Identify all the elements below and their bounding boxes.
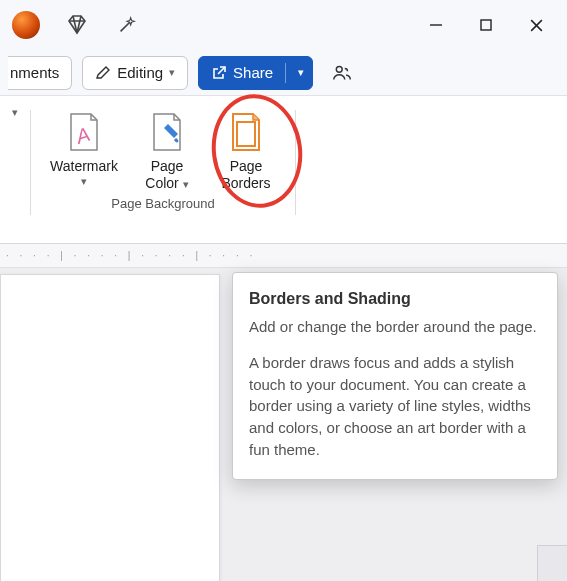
share-label: Share — [233, 64, 273, 81]
magic-wand-icon[interactable] — [104, 2, 150, 48]
editing-label: Editing — [117, 64, 163, 81]
tooltip-title: Borders and Shading — [249, 287, 541, 310]
page-borders-icon — [226, 110, 266, 154]
page-borders-button[interactable]: Page Borders — [207, 104, 285, 194]
chevron-down-icon: ▾ — [183, 178, 189, 190]
document-page[interactable] — [0, 274, 220, 581]
group-label: Page Background — [111, 196, 214, 211]
ribbon: ▾ A Watermark ▾ — [0, 96, 567, 244]
watermark-label: Watermark — [50, 158, 118, 175]
svg-rect-1 — [481, 20, 491, 30]
premium-diamond-icon[interactable] — [54, 2, 100, 48]
top-toolbar: nments Editing ▾ Share ▾ — [0, 50, 567, 96]
window-close-button[interactable] — [513, 2, 559, 48]
window-maximize-button[interactable] — [463, 2, 509, 48]
chevron-down-icon: ▾ — [81, 175, 87, 188]
autosave-orb-icon[interactable] — [12, 11, 40, 39]
page-color-label-1: Page — [151, 158, 184, 175]
page-color-button[interactable]: Page Color ▾ — [131, 104, 203, 194]
page-color-icon — [147, 110, 187, 154]
horizontal-ruler[interactable]: · · · · | · · · · | · · · · | · · · · — [0, 244, 567, 268]
page-color-label-2: Color — [145, 175, 178, 191]
page-background-group: A Watermark ▾ Pag — [31, 96, 295, 243]
comments-button[interactable]: nments — [8, 56, 72, 90]
window-minimize-button[interactable] — [413, 2, 459, 48]
share-button[interactable]: Share ▾ — [198, 56, 313, 90]
pencil-icon — [95, 65, 111, 81]
tooltip-paragraph-2: A border draws focus and adds a stylish … — [249, 352, 541, 461]
chevron-down-icon: ▾ — [298, 66, 304, 79]
watermark-button[interactable]: A Watermark ▾ — [41, 104, 127, 194]
editing-mode-dropdown[interactable]: Editing ▾ — [82, 56, 188, 90]
window-titlebar — [0, 0, 567, 50]
page-borders-tooltip: Borders and Shading Add or change the bo… — [232, 272, 558, 480]
thumbnail-preview — [537, 545, 567, 581]
page-borders-label-1: Page — [230, 158, 263, 175]
svg-point-4 — [336, 66, 342, 72]
chevron-down-icon: ▾ — [169, 66, 175, 79]
page-borders-label-2: Borders — [221, 175, 270, 192]
share-icon — [211, 65, 227, 81]
ribbon-split-chevron[interactable]: ▾ — [0, 96, 30, 243]
comments-label: nments — [10, 64, 59, 81]
ruler-ticks: · · · · | · · · · | · · · · | · · · · — [6, 250, 256, 261]
watermark-icon: A — [64, 110, 104, 154]
tooltip-paragraph-1: Add or change the border around the page… — [249, 316, 541, 338]
collaboration-people-icon[interactable] — [323, 50, 361, 96]
